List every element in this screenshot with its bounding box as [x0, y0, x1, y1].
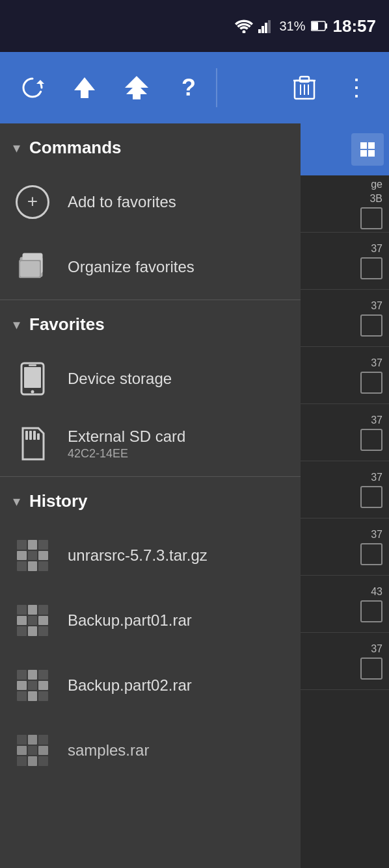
external-sd-text-group: External SD card 42C2-14EE: [68, 428, 185, 461]
navigate-root-button[interactable]: [111, 62, 163, 114]
history-file-2-icon-container: [13, 601, 52, 640]
external-sd-label: External SD card: [68, 428, 185, 446]
svg-rect-7: [325, 23, 327, 29]
help-button[interactable]: ?: [163, 62, 215, 114]
battery-level: 31%: [279, 19, 305, 34]
svg-rect-29: [24, 367, 41, 388]
battery-icon: [311, 20, 328, 32]
toolbar: ? ⋮: [0, 52, 389, 123]
toolbar-right: ⋮: [278, 62, 382, 114]
bg-file-row: 37: [301, 347, 389, 404]
file-checkbox[interactable]: [360, 543, 382, 565]
favorites-chevron-icon: ▾: [13, 316, 20, 333]
add-to-favorites-label: Add to favorites: [68, 193, 176, 211]
commands-section-header[interactable]: ▾ Commands: [0, 123, 301, 170]
history-section-header[interactable]: ▾ History: [0, 477, 301, 523]
device-storage-icon-container: [13, 359, 52, 398]
bg-file-row: 37: [301, 404, 389, 461]
add-favorites-icon: +: [16, 185, 49, 219]
history-file-3-icon-container: [13, 666, 52, 705]
bg-file-row: 37: [301, 633, 389, 690]
history-file-1-icon-container: [13, 536, 52, 575]
svg-rect-32: [25, 431, 28, 440]
add-to-favorites-item[interactable]: + Add to favorites: [0, 170, 301, 235]
file-checkbox[interactable]: [360, 257, 382, 279]
favorites-section-label: Favorites: [29, 314, 105, 335]
status-icons: 31% 18:57: [235, 16, 376, 36]
add-favorites-icon-container: +: [13, 183, 52, 222]
navigation-drawer: ▾ Commands + Add to favorites: [0, 123, 301, 868]
wifi-icon: [235, 19, 253, 33]
device-storage-item[interactable]: Device storage: [0, 346, 301, 411]
device-storage-text-group: Device storage: [68, 370, 172, 388]
archive-icon-3: [17, 670, 48, 701]
navigate-up-button[interactable]: [59, 62, 111, 114]
archive-icon-2: [17, 605, 48, 636]
file-list-background: ge 3B 37 37 37 37 37 37 43: [301, 123, 389, 868]
svg-rect-27: [20, 261, 40, 277]
delete-button[interactable]: [278, 62, 330, 114]
svg-rect-16: [300, 77, 309, 82]
file-checkbox[interactable]: [360, 207, 382, 229]
svg-rect-34: [33, 431, 36, 440]
main-area: ge 3B 37 37 37 37 37 37 43: [0, 123, 389, 868]
grid-view-button[interactable]: [351, 133, 384, 166]
file-checkbox[interactable]: [360, 372, 382, 394]
bg-file-row: 37: [301, 233, 389, 290]
svg-rect-31: [29, 364, 36, 366]
bg-file-row: ge 3B: [301, 175, 389, 233]
status-bar: 31% 18:57: [0, 0, 389, 52]
bg-file-row: 37: [301, 461, 389, 518]
archive-icon-1: [17, 540, 48, 571]
history-file-4[interactable]: samples.rar: [0, 718, 301, 783]
history-file-2-label: Backup.part01.rar: [68, 611, 192, 630]
svg-rect-1: [258, 29, 261, 33]
time-display: 18:57: [333, 16, 377, 36]
device-storage-label: Device storage: [68, 370, 172, 387]
file-checkbox[interactable]: [360, 429, 382, 451]
history-file-1-label: unrarsrc-5.7.3.tar.gz: [68, 546, 208, 565]
svg-rect-33: [29, 431, 32, 440]
svg-marker-8: [36, 80, 44, 84]
svg-rect-10: [81, 90, 88, 98]
history-file-3-label: Backup.part02.rar: [68, 676, 192, 695]
svg-rect-6: [312, 22, 318, 30]
history-file-2[interactable]: Backup.part01.rar: [0, 588, 301, 653]
svg-point-0: [243, 31, 246, 34]
svg-rect-13: [133, 94, 141, 99]
organize-favorites-item[interactable]: Organize favorites: [0, 235, 301, 300]
history-file-4-label: samples.rar: [68, 741, 149, 760]
svg-point-30: [31, 390, 34, 394]
file-checkbox[interactable]: [360, 657, 382, 680]
refresh-button[interactable]: [7, 62, 59, 114]
history-section-label: History: [29, 491, 88, 511]
file-checkbox[interactable]: [360, 314, 382, 337]
external-sd-item[interactable]: External SD card 42C2-14EE: [0, 411, 301, 476]
phone-icon: [18, 362, 47, 396]
organize-favorites-label: Organize favorites: [68, 258, 194, 276]
more-options-button[interactable]: ⋮: [330, 62, 382, 114]
commands-chevron-icon: ▾: [13, 140, 20, 157]
external-sd-sublabel: 42C2-14EE: [68, 447, 185, 461]
svg-rect-2: [262, 26, 264, 33]
bg-file-row: 37: [301, 290, 389, 347]
svg-rect-3: [265, 23, 267, 33]
svg-marker-9: [74, 77, 95, 90]
favorites-section-header[interactable]: ▾ Favorites: [0, 300, 301, 346]
bg-file-row: 43: [301, 576, 389, 633]
history-file-4-icon-container: [13, 731, 52, 770]
history-file-1[interactable]: unrarsrc-5.7.3.tar.gz: [0, 523, 301, 588]
svg-rect-23: [368, 150, 375, 157]
history-file-3[interactable]: Backup.part02.rar: [0, 653, 301, 718]
svg-rect-20: [360, 142, 367, 149]
organize-favorites-icon: [16, 248, 49, 287]
file-checkbox[interactable]: [360, 486, 382, 508]
organize-favorites-icon-container: [13, 248, 52, 287]
archive-icon-4: [17, 735, 48, 766]
history-chevron-icon: ▾: [13, 493, 20, 510]
signal-icon: [258, 19, 274, 33]
external-sd-icon-container: [13, 424, 52, 463]
sdcard-icon: [19, 427, 46, 461]
file-checkbox[interactable]: [360, 600, 382, 622]
file-list-header: [301, 123, 389, 175]
